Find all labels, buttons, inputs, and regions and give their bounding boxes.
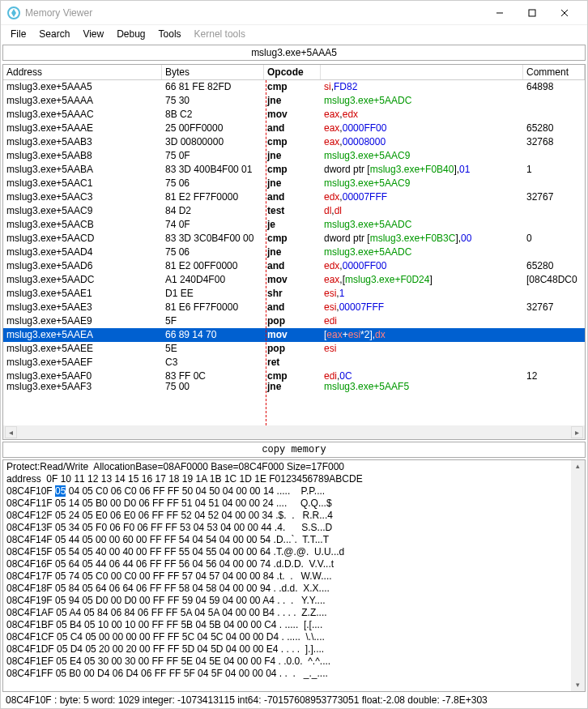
disassembly-panel: Address Bytes Opcode Comment mslug3.exe+…	[2, 64, 586, 440]
hex-row[interactable]: 08C4F16F 05 64 05 44 06 44 06 FF FF 56 0…	[6, 558, 582, 570]
row-opcode: ret	[264, 356, 321, 369]
maximize-button[interactable]	[516, 2, 548, 24]
hex-row[interactable]: 08C4F10F 05 04 05 C0 06 C0 06 FF FF 50 0…	[6, 485, 582, 498]
hex-row[interactable]: 08C4F1EF 05 E4 05 30 00 30 00 FF FF 5E 0…	[6, 656, 582, 668]
column-bytes[interactable]: Bytes	[162, 65, 264, 79]
row-opcode: test	[264, 204, 321, 218]
row-address: mslug3.exe+5AAAE	[3, 122, 162, 135]
disassembly-row[interactable]: mslug3.exe+5AAB875 0Fjnemslug3.exe+5AAC9	[3, 149, 585, 163]
disassembly-row[interactable]: mslug3.exe+5AAE1D1 EEshresi,1	[3, 287, 585, 301]
row-opcode: and	[264, 190, 321, 204]
column-opcode[interactable]: Opcode	[264, 65, 321, 79]
disassembly-row[interactable]: mslug3.exe+5AAA566 81 FE 82FDcmpsi,FD826…	[3, 80, 585, 94]
column-comment[interactable]: Comment	[523, 65, 585, 79]
disassembly-row[interactable]: mslug3.exe+5AAD475 06jnemslug3.exe+5AADC	[3, 246, 585, 259]
row-args: mslug3.exe+5AADC	[321, 246, 523, 259]
row-bytes: 74 0F	[162, 218, 264, 232]
row-bytes: D1 EE	[162, 287, 264, 301]
row-address: mslug3.exe+5AAD6	[3, 259, 162, 273]
disassembly-row[interactable]: mslug3.exe+5AAAA75 30jnemslug3.exe+5AADC	[3, 94, 585, 108]
disassembly-row[interactable]: mslug3.exe+5AAEA66 89 14 70mov[eax+esi*2…	[3, 328, 585, 342]
row-bytes: 75 0F	[162, 149, 264, 163]
hex-content[interactable]: Protect:Read/Write AllocationBase=08AF00…	[3, 460, 585, 681]
row-args: si,FD82	[321, 80, 523, 94]
minimize-button[interactable]	[484, 2, 516, 24]
row-args: esi,1	[321, 287, 523, 301]
row-bytes: 66 89 14 70	[162, 328, 264, 342]
row-bytes: 5F	[162, 314, 264, 328]
disassembly-row[interactable]: mslug3.exe+5AACB74 0Fjemslug3.exe+5AADC	[3, 218, 585, 232]
address-bar[interactable]: mslug3.exe+5AAA5	[2, 45, 586, 61]
horizontal-scrollbar[interactable]: ◂ ▸	[3, 425, 585, 439]
column-address[interactable]: Address	[3, 65, 162, 79]
hex-row[interactable]: 08C4F1CF 05 C4 05 00 00 00 00 FF FF 5C 0…	[6, 631, 582, 643]
hex-row[interactable]: 08C4F17F 05 74 05 C0 00 C0 00 FF FF 57 0…	[6, 570, 582, 583]
disassembly-row[interactable]: mslug3.exe+5AAC175 06jnemslug3.exe+5AAC9	[3, 177, 585, 190]
disassembly-row[interactable]: mslug3.exe+5AAD681 E2 00FF0000andedx,000…	[3, 259, 585, 273]
disassembly-row[interactable]: mslug3.exe+5AAEFC3ret	[3, 356, 585, 369]
disassembly-row[interactable]: mslug3.exe+5AAC984 D2testdl,dl	[3, 204, 585, 218]
scroll-down-icon[interactable]: ▾	[572, 679, 584, 691]
hex-row[interactable]: 08C4F19F 05 94 05 D0 00 D0 00 FF FF 59 0…	[6, 595, 582, 607]
menubar: File Search View Debug Tools Kernel tool…	[1, 25, 587, 43]
menu-view[interactable]: View	[76, 27, 110, 41]
row-opcode: jne	[264, 380, 321, 394]
disassembly-row[interactable]: mslug3.exe+5AADCA1 240D4F00moveax,[mslug…	[3, 273, 585, 287]
hex-row[interactable]: 08C4F1FF 05 B0 00 D4 06 D4 06 FF FF 5F 0…	[6, 668, 582, 680]
row-opcode: mov	[264, 108, 321, 122]
row-bytes: 3D 00800000	[162, 135, 264, 149]
row-address: mslug3.exe+5AAE3	[3, 301, 162, 314]
hex-row[interactable]: 08C4F11F 05 14 05 B0 00 D0 06 FF FF 51 0…	[6, 498, 582, 510]
disassembly-row[interactable]: mslug3.exe+5AACD83 3D 3C0B4F00 00cmpdwor…	[3, 232, 585, 246]
column-args[interactable]	[321, 65, 523, 79]
row-opcode: je	[264, 218, 321, 232]
scroll-right-icon[interactable]: ▸	[571, 426, 583, 438]
hex-row[interactable]: 08C4F15F 05 54 05 40 00 40 00 FF FF 55 0…	[6, 546, 582, 558]
menu-search[interactable]: Search	[32, 27, 76, 41]
copy-memory-button[interactable]: copy memory	[2, 442, 586, 458]
row-opcode: cmp	[264, 232, 321, 246]
row-comment: 32767	[523, 190, 585, 204]
hex-row[interactable]: 08C4F1DF 05 D4 05 20 00 20 00 FF FF 5D 0…	[6, 643, 582, 656]
menu-debug[interactable]: Debug	[110, 27, 151, 41]
vertical-scrollbar[interactable]: ▴ ▾	[571, 460, 585, 691]
disassembly-row[interactable]: mslug3.exe+5AAAC8B C2moveax,edx	[3, 108, 585, 122]
row-address: mslug3.exe+5AABA	[3, 163, 162, 177]
menu-kernel-tools[interactable]: Kernel tools	[188, 27, 252, 41]
disassembly-row[interactable]: mslug3.exe+5AAC381 E2 FF7F0000andedx,000…	[3, 190, 585, 204]
hex-row[interactable]: 08C4F18F 05 84 05 64 06 64 06 FF FF 58 0…	[6, 583, 582, 595]
close-button[interactable]	[548, 2, 581, 24]
disassembly-row[interactable]: mslug3.exe+5AAF375 00jnemslug3.exe+5AAF5	[3, 383, 585, 390]
row-address: mslug3.exe+5AAE9	[3, 314, 162, 328]
row-bytes: 83 3D 3C0B4F00 00	[162, 232, 264, 246]
disassembly-row[interactable]: mslug3.exe+5AAAE25 00FF0000andeax,0000FF…	[3, 122, 585, 135]
disassembly-row[interactable]: mslug3.exe+5AAE381 E6 FF7F0000andesi,000…	[3, 301, 585, 314]
hex-row[interactable]: 08C4F14F 05 44 05 00 00 60 00 FF FF 54 0…	[6, 534, 582, 546]
disassembly-rows[interactable]: mslug3.exe+5AAA566 81 FE 82FDcmpsi,FD826…	[3, 80, 585, 425]
hex-row[interactable]: 08C4F1AF 05 A4 05 84 06 84 06 FF FF 5A 0…	[6, 607, 582, 619]
status-bar: 08C4F10F : byte: 5 word: 1029 integer: -…	[1, 694, 587, 708]
row-args: [eax+esi*2],dx	[321, 328, 523, 342]
svg-rect-2	[529, 10, 535, 16]
menu-file[interactable]: File	[4, 27, 32, 41]
disassembly-row[interactable]: mslug3.exe+5AABA83 3D 400B4F00 01cmpdwor…	[3, 163, 585, 177]
hex-row[interactable]: 08C4F1BF 05 B4 05 10 00 10 00 FF FF 5B 0…	[6, 619, 582, 631]
disassembly-row[interactable]: mslug3.exe+5AAEE5Epopesi	[3, 342, 585, 356]
row-args: edx,0000FF00	[321, 259, 523, 273]
disassembly-row[interactable]: mslug3.exe+5AAE95Fpopedi	[3, 314, 585, 328]
disassembly-row[interactable]: mslug3.exe+5AAB33D 00800000cmpeax,000080…	[3, 135, 585, 149]
menu-tools[interactable]: Tools	[152, 27, 188, 41]
row-address: mslug3.exe+5AAC1	[3, 177, 162, 190]
scroll-left-icon[interactable]: ◂	[5, 426, 17, 438]
hex-row[interactable]: 08C4F12F 05 24 05 E0 06 E0 06 FF FF 52 0…	[6, 510, 582, 522]
row-opcode: pop	[264, 342, 321, 356]
row-opcode: cmp	[264, 135, 321, 149]
scroll-up-icon[interactable]: ▴	[572, 460, 584, 472]
row-opcode: jne	[264, 94, 321, 108]
row-address: mslug3.exe+5AAF3	[3, 380, 162, 394]
row-opcode: jne	[264, 246, 321, 259]
row-bytes: 5E	[162, 342, 264, 356]
hex-row[interactable]: 08C4F13F 05 34 05 F0 06 F0 06 FF FF 53 0…	[6, 522, 582, 534]
row-address: mslug3.exe+5AAEA	[3, 328, 162, 342]
row-address: mslug3.exe+5AAA5	[3, 80, 162, 94]
